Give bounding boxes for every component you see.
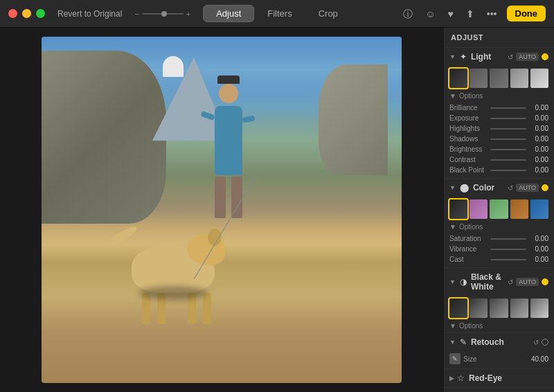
light-thumb-1[interactable] <box>449 69 467 88</box>
photo-image[interactable] <box>42 37 402 383</box>
zoom-out-icon[interactable]: − <box>134 10 138 18</box>
light-thumb-4[interactable] <box>510 69 528 88</box>
redeye-section-header[interactable]: ▶ ☆ Red-Eye <box>444 369 554 387</box>
highlights-row: Highlights 0.00 <box>444 123 554 134</box>
retouch-section-header[interactable]: ▼ ✎ Retouch ↺ <box>444 333 554 351</box>
minimize-button[interactable] <box>22 9 31 18</box>
share-icon[interactable]: ⬆ <box>463 8 477 20</box>
color-thumb-2[interactable] <box>470 199 488 219</box>
color-section-header[interactable]: ▼ ⬤ Color ↺ AUTO <box>444 179 554 197</box>
bw-section-header[interactable]: ▼ ◑ Black & White ↺ AUTO <box>444 268 554 296</box>
contrast-row: Contrast 0.00 <box>444 154 554 165</box>
bw-thumb-1[interactable] <box>449 299 467 318</box>
retouch-brush-icon[interactable]: ✎ <box>449 353 461 364</box>
brightness-row: Brightness 0.00 <box>444 144 554 154</box>
contrast-slider[interactable] <box>490 159 526 161</box>
more-icon[interactable]: ••• <box>484 8 500 20</box>
titlebar: Revert to Original − + Adjust Filters Cr… <box>0 0 554 28</box>
exposure-slider[interactable] <box>490 118 526 119</box>
redeye-chevron: ▶ <box>449 375 454 382</box>
bw-undo-icon[interactable]: ↺ <box>508 278 513 286</box>
color-section: ▼ ⬤ Color ↺ AUTO ▼ Options <box>444 179 554 268</box>
bw-thumb-4[interactable] <box>510 299 528 318</box>
smiley-icon[interactable]: ☺ <box>422 8 438 20</box>
retouch-actions: ↺ <box>533 339 548 346</box>
light-toggle[interactable] <box>542 53 548 60</box>
photo-area <box>0 28 443 392</box>
light-thumb-5[interactable] <box>530 69 548 88</box>
vibrance-value: 0.00 <box>529 245 548 253</box>
maximize-button[interactable] <box>36 9 45 18</box>
zoom-slider[interactable] <box>142 13 184 15</box>
traffic-lights <box>8 9 45 18</box>
bw-toggle[interactable] <box>542 278 548 285</box>
zoom-in-icon[interactable]: + <box>186 10 190 18</box>
close-button[interactable] <box>8 9 17 18</box>
saturation-slider[interactable] <box>490 238 526 240</box>
contrast-value: 0.00 <box>529 156 548 163</box>
zoom-control: − + <box>134 10 190 18</box>
info-icon[interactable]: ⓘ <box>400 8 416 20</box>
redeye-label: Red-Eye <box>469 373 548 383</box>
cast-row: Cast 0.00 <box>444 254 554 267</box>
shadows-slider[interactable] <box>490 139 526 140</box>
done-button[interactable]: Done <box>507 6 546 21</box>
retouch-label: Retouch <box>471 337 530 347</box>
retouch-icon: ✎ <box>460 337 467 347</box>
retouch-chevron: ▼ <box>449 339 456 346</box>
color-thumb-1[interactable] <box>449 199 467 219</box>
exposure-row: Exposure 0.00 <box>444 113 554 123</box>
bw-auto-badge[interactable]: AUTO <box>516 278 539 286</box>
tab-filters[interactable]: Filters <box>254 5 305 22</box>
color-options-toggle[interactable]: ▼ Options <box>444 222 554 233</box>
heart-icon[interactable]: ♥ <box>445 8 456 20</box>
main-content: ADJUST ▼ ✦ Light ↺ AUTO ▼ <box>0 28 554 392</box>
blackpoint-row: Black Point 0.00 <box>444 165 554 178</box>
color-toggle[interactable] <box>542 184 548 191</box>
brightness-slider[interactable] <box>490 149 526 150</box>
dog-figure <box>132 244 215 293</box>
revert-button[interactable]: Revert to Original <box>53 7 126 21</box>
bw-actions: ↺ AUTO <box>508 278 548 286</box>
vibrance-slider[interactable] <box>490 249 526 250</box>
shadows-label: Shadows <box>449 135 488 143</box>
adjust-panel: ADJUST ▼ ✦ Light ↺ AUTO ▼ <box>443 28 554 392</box>
color-undo-icon[interactable]: ↺ <box>508 184 513 192</box>
cast-value: 0.00 <box>529 256 548 263</box>
color-chevron: ▼ <box>449 184 456 191</box>
whitebalance-section-header[interactable]: ▼ ◧ White Balance ↺ AUTO <box>444 388 554 392</box>
blackpoint-slider[interactable] <box>490 170 526 171</box>
light-auto-badge[interactable]: AUTO <box>516 53 539 61</box>
brilliance-label: Brilliance <box>449 104 488 112</box>
tab-adjust[interactable]: Adjust <box>203 5 254 22</box>
tab-bar: Adjust Filters Crop <box>203 5 351 22</box>
bw-thumb-5[interactable] <box>530 299 548 318</box>
color-label: Color <box>473 183 505 193</box>
light-options-toggle[interactable]: ▼ Options <box>444 91 554 103</box>
light-thumb-2[interactable] <box>470 69 488 88</box>
brilliance-slider[interactable] <box>490 107 526 109</box>
light-undo-icon[interactable]: ↺ <box>508 53 513 61</box>
retouch-size-value: 40.00 <box>531 355 548 363</box>
brilliance-row: Brilliance 0.00 <box>444 103 554 113</box>
brilliance-value: 0.00 <box>529 104 548 112</box>
bw-thumb-2[interactable] <box>470 299 488 318</box>
saturation-label: Saturation <box>449 235 488 242</box>
retouch-section: ▼ ✎ Retouch ↺ ✎ Size 40.00 <box>444 333 554 369</box>
color-thumb-5[interactable] <box>530 199 548 219</box>
bw-thumb-3[interactable] <box>490 299 508 318</box>
color-thumb-3[interactable] <box>490 199 508 219</box>
retouch-toggle[interactable] <box>542 339 548 346</box>
color-auto-badge[interactable]: AUTO <box>516 184 539 192</box>
highlights-slider[interactable] <box>490 128 526 130</box>
person-figure <box>215 106 242 218</box>
retouch-undo-icon[interactable]: ↺ <box>533 339 539 346</box>
light-thumb-3[interactable] <box>490 69 508 88</box>
tab-crop[interactable]: Crop <box>305 5 351 22</box>
light-section-header[interactable]: ▼ ✦ Light ↺ AUTO <box>444 48 554 66</box>
color-thumb-4[interactable] <box>510 199 528 219</box>
bw-options-toggle[interactable]: ▼ Options <box>444 321 554 332</box>
saturation-row: Saturation 0.00 <box>444 233 554 244</box>
cast-slider[interactable] <box>490 259 526 260</box>
blackpoint-label: Black Point <box>449 166 488 174</box>
